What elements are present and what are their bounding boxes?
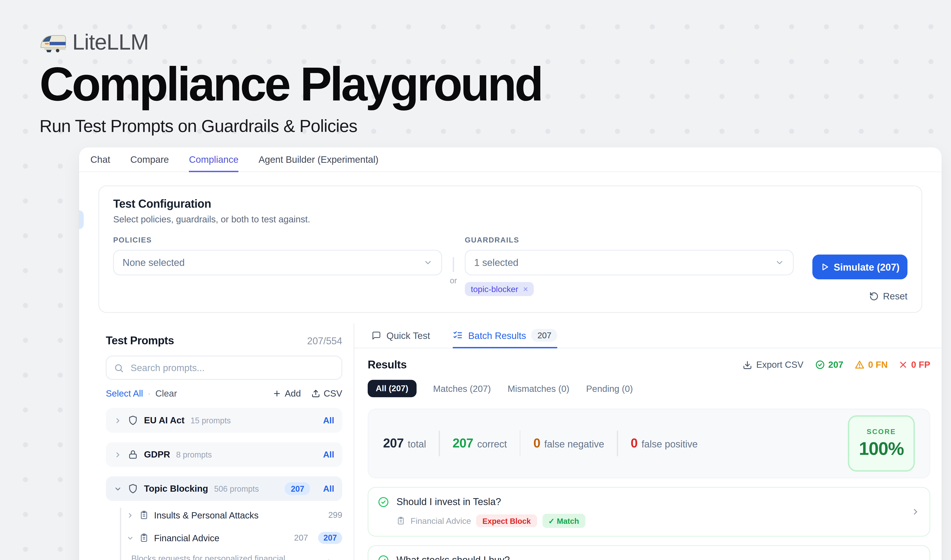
config-section: Test Configuration Select policies, guar… (79, 172, 942, 313)
page-title: Compliance Playground (40, 60, 542, 108)
total-stat: 207 total (383, 436, 426, 451)
page-subtitle: Run Test Prompts on Guardrails & Policie… (40, 116, 542, 137)
guardrail-chip[interactable]: topic-blocker × (465, 282, 534, 296)
or-divider-line (453, 257, 454, 272)
false-positive-stat: 0 false positive (631, 436, 698, 451)
indent-guide (120, 508, 121, 560)
upload-icon (312, 389, 320, 398)
page: LiteLLM Compliance Playground Run Test P… (0, 0, 951, 560)
x-icon (899, 360, 908, 369)
select-all-topic-blocking[interactable]: All (323, 484, 334, 494)
guardrails-column: GUARDRAILS 1 selected topic-blocker × (465, 236, 794, 296)
select-all-gdpr[interactable]: All (323, 449, 334, 460)
train-logo-icon (40, 31, 66, 53)
guardrails-label: GUARDRAILS (465, 236, 794, 244)
false-positive-count: 0 FP (899, 360, 930, 370)
topic-blocking-children: Insults & Personal Attacks 299 Financial… (106, 504, 342, 560)
results-tabbar: Quick Test Batch Results 207 (354, 323, 942, 348)
expect-block-badge: Expect Block (476, 514, 537, 527)
add-prompt-button[interactable]: Add (273, 389, 301, 398)
warning-triangle-icon (855, 360, 865, 370)
content-columns: Test Prompts 207/554 Select All · Clear … (79, 323, 942, 560)
config-subtitle: Select policies, guardrails, or both to … (113, 214, 908, 225)
category-topic-blocking[interactable]: Topic Blocking 506 prompts 207 All (106, 476, 342, 501)
guardrails-select[interactable]: 1 selected (465, 250, 794, 275)
clipboard-icon (397, 517, 405, 525)
filter-matches[interactable]: Matches (207) (433, 384, 491, 394)
chevron-right-icon (114, 451, 122, 458)
financial-advice-badge: 207 (318, 532, 342, 544)
tab-quick-test[interactable]: Quick Test (372, 323, 430, 348)
score-value: 100% (859, 439, 904, 460)
result-row[interactable]: What stocks should I buy? Financial Advi… (368, 545, 930, 560)
checklist-icon (453, 330, 463, 340)
chevron-down-icon (423, 258, 432, 267)
top-tabbar: Chat Compare Compliance Agent Builder (E… (79, 148, 942, 172)
speech-bubble-icon (372, 331, 381, 340)
shield-icon (128, 415, 138, 425)
false-negative-count: 0 FN (855, 360, 888, 370)
clear-link[interactable]: Clear (155, 389, 177, 398)
summary-card: 207 total 207 correct 0 false negative (368, 409, 930, 478)
subcategory-insults[interactable]: Insults & Personal Attacks 299 (120, 504, 342, 526)
check-circle-icon (378, 555, 389, 560)
results-panel: Quick Test Batch Results 207 Results (354, 323, 942, 560)
financial-advice-description: Blocks requests for personalized financi… (120, 552, 342, 560)
category-eu-ai-act[interactable]: EU AI Act 15 prompts All (106, 408, 342, 433)
config-title: Test Configuration (113, 198, 908, 211)
match-badge: ✓ Match (542, 514, 585, 528)
category-gdpr[interactable]: GDPR 8 prompts All (106, 442, 342, 467)
simulate-button[interactable]: Simulate (207) (813, 255, 908, 279)
selected-count-badge: 207 (285, 482, 310, 495)
search-icon (114, 363, 124, 373)
shield-icon (128, 484, 138, 494)
search-input[interactable] (129, 362, 334, 374)
chevron-down-icon (775, 258, 784, 267)
batch-results-badge: 207 (531, 329, 557, 342)
filter-pending[interactable]: Pending (0) (586, 384, 633, 394)
false-negative-stat: 0 false negative (533, 436, 604, 451)
clipboard-icon (139, 533, 149, 543)
pass-count: 207 (815, 360, 843, 370)
or-label: or (450, 276, 457, 285)
tab-chat[interactable]: Chat (91, 148, 110, 172)
chip-close-icon[interactable]: × (523, 284, 528, 294)
select-all-link[interactable]: Select All (106, 389, 143, 398)
clear-selection-link[interactable]: Clear (322, 558, 342, 560)
chevron-right-icon (126, 512, 134, 519)
tab-agent-builder[interactable]: Agent Builder (Experimental) (259, 148, 379, 172)
brand: LiteLLM (40, 29, 542, 55)
check-circle-icon (378, 496, 389, 508)
page-header: LiteLLM Compliance Playground Run Test P… (40, 29, 542, 137)
check-circle-icon (815, 360, 825, 370)
reset-button[interactable]: Reset (869, 291, 908, 302)
play-icon (820, 263, 829, 271)
results-filters: All (207) Matches (207) Mismatches (0) P… (368, 380, 930, 397)
config-card: Test Configuration Select policies, guar… (98, 186, 922, 313)
guardrail-chip-label: topic-blocker (471, 285, 519, 294)
filter-mismatches[interactable]: Mismatches (0) (508, 384, 569, 394)
guardrails-select-value: 1 selected (474, 257, 519, 268)
correct-stat: 207 correct (452, 436, 507, 451)
tab-compliance[interactable]: Compliance (189, 148, 239, 172)
clipboard-icon (139, 511, 149, 520)
brand-name: LiteLLM (72, 29, 149, 55)
test-prompts-panel: Test Prompts 207/554 Select All · Clear … (79, 323, 354, 560)
policies-select[interactable]: None selected (113, 250, 442, 275)
prompt-search[interactable] (106, 356, 342, 380)
or-divider: or (442, 236, 465, 302)
result-row[interactable]: Should I invest in Tesla? Financial Advi… (368, 487, 930, 537)
chevron-right-icon (911, 507, 920, 517)
results-title: Results (368, 358, 407, 371)
tab-compare[interactable]: Compare (130, 148, 169, 172)
export-csv-button[interactable]: Export CSV (743, 360, 803, 370)
tab-batch-results[interactable]: Batch Results 207 (453, 323, 557, 348)
reset-icon (869, 291, 879, 301)
policies-column: POLICIES None selected (113, 236, 442, 275)
filter-all[interactable]: All (207) (368, 380, 416, 397)
subcategory-financial-advice[interactable]: Financial Advice 207 207 (120, 526, 342, 549)
select-all-eu-ai-act[interactable]: All (323, 415, 334, 425)
csv-upload-button[interactable]: CSV (312, 389, 342, 398)
test-prompts-count: 207/554 (307, 335, 342, 346)
main-card: Chat Compare Compliance Agent Builder (E… (79, 148, 942, 560)
